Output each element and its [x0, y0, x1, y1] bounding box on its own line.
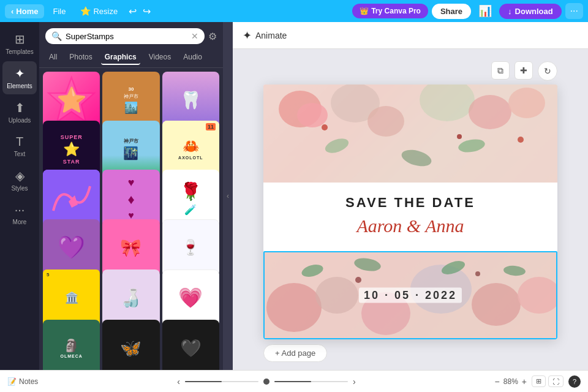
refresh-button[interactable]: ↻: [538, 61, 557, 81]
timeline-fill: [185, 381, 222, 382]
tab-graphics[interactable]: Graphics: [101, 50, 140, 65]
file-button[interactable]: File: [47, 4, 72, 18]
topbar: ‹ Home File ⭐ Resize ↩ ↪ 👑 Try Canva Pro…: [0, 0, 588, 22]
resize-button[interactable]: ⭐ Resize: [74, 4, 124, 18]
add-page-button[interactable]: + Add page: [263, 344, 327, 362]
list-item[interactable]: 🖤: [162, 320, 219, 370]
tab-all[interactable]: All: [45, 50, 61, 65]
card-text-section: SAVE THE DATE Aaron & Anna: [263, 183, 557, 251]
topbar-right: 👑 Try Canva Pro Share 📊 ↓ Download ···: [352, 3, 583, 19]
list-item[interactable]: 💗: [162, 270, 219, 326]
fullscreen-button[interactable]: ⛶: [548, 375, 564, 387]
download-label: Download: [515, 7, 553, 16]
collapse-icon: ‹: [227, 192, 229, 200]
home-button[interactable]: ‹ Home: [5, 4, 44, 18]
grid-view-icon: ⊞: [536, 377, 541, 385]
list-item[interactable]: 🦋: [102, 320, 159, 370]
elements-icon: ✦: [15, 66, 25, 81]
list-item[interactable]: 5 🏛️ QUERÉTARO: [43, 270, 100, 326]
timeline-left-button[interactable]: ‹: [177, 377, 180, 386]
sidebar-item-uploads[interactable]: ⬆ Uploads: [2, 96, 37, 129]
elements-panel: 🔍 ✕ ⚙ All Photos Graphics Videos Audio ⭐: [39, 22, 223, 370]
sidebar-icons: ⊞ Templates ✦ Elements ⬆ Uploads T Text …: [0, 22, 39, 370]
card-date-section[interactable]: 10 · 05 · 2022: [263, 251, 557, 339]
home-label: Home: [16, 7, 38, 16]
canvas-scroll[interactable]: ⧉ ✚ ↻: [233, 49, 588, 370]
list-item[interactable]: 🌹 🧪: [162, 170, 219, 227]
styles-icon: ◈: [15, 168, 24, 183]
redo-button[interactable]: ↪: [140, 4, 153, 18]
canvas-area: ✦ Animate ⧉ ✚ ↻: [233, 22, 588, 370]
help-button[interactable]: ?: [568, 375, 581, 388]
sidebar-item-text[interactable]: T Text: [2, 130, 37, 162]
panel-collapse-handle[interactable]: ‹: [223, 22, 233, 370]
list-item[interactable]: 🎀: [102, 219, 159, 276]
undo-button[interactable]: ↩: [126, 4, 139, 18]
timeline-dot[interactable]: [263, 379, 270, 385]
download-button[interactable]: ↓ Download: [499, 4, 562, 19]
svg-point-9: [508, 88, 545, 118]
search-input-wrap: 🔍 ✕: [45, 28, 205, 44]
animate-icon: ✦: [243, 29, 252, 42]
svg-point-4: [297, 103, 328, 127]
tab-videos[interactable]: Videos: [145, 50, 175, 65]
list-item[interactable]: ♥ ♦ ♥: [102, 170, 159, 227]
ellipsis-icon: ···: [570, 6, 578, 16]
search-input[interactable]: [66, 32, 187, 41]
zoom-level: 88%: [503, 377, 518, 386]
timeline-right-button[interactable]: ›: [353, 377, 356, 386]
refresh-icon: ↻: [544, 66, 551, 76]
plus-icon: ✚: [520, 66, 527, 75]
svg-point-13: [322, 124, 328, 130]
tab-photos[interactable]: Photos: [66, 50, 96, 65]
grid-view-button[interactable]: ⊞: [532, 375, 546, 387]
chart-icon: 📊: [478, 5, 492, 17]
zoom-in-button[interactable]: +: [522, 377, 527, 386]
uploads-icon: ⬆: [15, 100, 25, 115]
save-date-title: SAVE THE DATE: [276, 195, 545, 211]
uploads-label: Uploads: [9, 117, 31, 124]
elements-grid: ⭐ 30 神戸市 🏙️ 🦷 SUPER: [39, 68, 223, 370]
share-button[interactable]: Share: [432, 4, 471, 19]
svg-point-14: [457, 134, 462, 139]
svg-point-6: [368, 106, 404, 137]
list-item[interactable]: [43, 170, 100, 227]
add-page-top-button[interactable]: ✚: [514, 61, 533, 80]
sidebar-item-templates[interactable]: ⊞ Templates: [2, 27, 37, 60]
search-bar: 🔍 ✕ ⚙: [39, 22, 223, 48]
canvas-top-controls: ⧉ ✚ ↻: [263, 61, 557, 81]
animate-button[interactable]: ✦ Animate: [243, 29, 287, 42]
sidebar-item-elements[interactable]: ✦ Elements: [2, 61, 37, 94]
chevron-left-icon: ‹: [11, 7, 13, 16]
timeline-slider: ‹ ›: [43, 377, 489, 386]
notes-button[interactable]: 📝 Notes: [7, 377, 38, 386]
filter-icon: ⚙: [208, 31, 217, 42]
names-text: Aaron & Anna: [276, 216, 545, 236]
filter-button[interactable]: ⚙: [208, 31, 217, 42]
analytics-button[interactable]: 📊: [475, 3, 496, 19]
zoom-out-button[interactable]: −: [495, 377, 500, 386]
sidebar-item-more[interactable]: ··· More: [2, 198, 37, 230]
more-label: More: [13, 219, 27, 225]
notes-icon: 📝: [7, 377, 17, 386]
svg-point-17: [266, 283, 322, 332]
crown-icon: 👑: [360, 7, 369, 15]
list-item[interactable]: 🍶: [102, 270, 159, 326]
timeline-line: [185, 381, 258, 382]
canvas-wrapper: ⧉ ✚ ↻: [263, 61, 557, 362]
list-item[interactable]: 🍷: [162, 219, 219, 276]
more-options-button[interactable]: ···: [565, 3, 583, 19]
try-pro-button[interactable]: 👑 Try Canva Pro: [352, 4, 428, 18]
resize-label: Resize: [93, 7, 118, 16]
list-item[interactable]: 🗿 OLMECA: [43, 320, 100, 370]
copy-page-button[interactable]: ⧉: [491, 61, 510, 80]
fullscreen-icon: ⛶: [552, 378, 559, 385]
timeline-line-2: [274, 381, 348, 382]
view-buttons: ⊞ ⛶: [532, 375, 564, 387]
tab-audio[interactable]: Audio: [179, 50, 206, 65]
add-page-label: + Add page: [275, 349, 315, 358]
text-label: Text: [14, 151, 25, 157]
sidebar-item-styles[interactable]: ◈ Styles: [2, 164, 37, 197]
clear-search-button[interactable]: ✕: [191, 31, 198, 41]
list-item[interactable]: 💜: [43, 219, 100, 276]
